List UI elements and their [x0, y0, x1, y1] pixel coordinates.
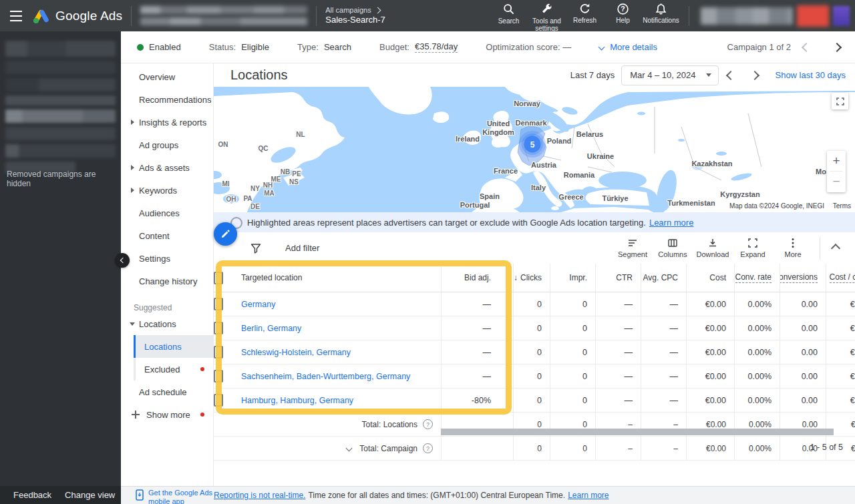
next-campaign-button[interactable] — [832, 42, 842, 51]
location-link[interactable]: Germany — [241, 300, 275, 309]
previous-date-range-button[interactable] — [726, 70, 735, 79]
campaign-list-panel: Removed campaigns are hidden — [0, 31, 121, 486]
targeting-map[interactable]: 5 Norway Denmark United Kingdom Ireland … — [214, 87, 855, 212]
horizontal-scrollbar[interactable] — [441, 429, 834, 435]
nav-item-ads-assets[interactable]: Ads & assets — [121, 156, 213, 179]
enabled-label[interactable]: Enabled — [149, 42, 181, 52]
blurred-campaign-row-selected[interactable] — [5, 109, 116, 123]
blurred-campaign-row[interactable] — [5, 95, 116, 105]
row-checkbox[interactable] — [214, 394, 223, 407]
collapse-panel-button[interactable] — [115, 253, 130, 268]
edit-locations-button[interactable] — [214, 222, 237, 246]
type-label: Type: — [297, 42, 319, 52]
next-date-range-button[interactable] — [750, 70, 759, 79]
nav-item-ad-groups[interactable]: Ad groups — [121, 134, 213, 156]
help-circle-icon[interactable] — [423, 419, 433, 429]
col-bid-adj[interactable]: Bid adj. — [464, 273, 491, 282]
location-link[interactable]: Sachsenheim, Baden-Wurttemberg, Germany — [241, 372, 410, 381]
date-mode-label[interactable]: Last 7 days — [570, 70, 615, 80]
menu-icon[interactable] — [10, 11, 22, 21]
account-name-blurred[interactable] — [140, 6, 307, 25]
search-button[interactable]: Search — [490, 3, 528, 25]
filter-icon[interactable] — [250, 243, 261, 254]
date-range-dropdown[interactable]: Mar 4 – 10, 2024 — [621, 65, 719, 85]
nav-item-overview[interactable]: Overview — [121, 65, 213, 88]
col-cost-per-conv[interactable]: Cost / conv. — [830, 272, 855, 283]
nav-item-settings[interactable]: Settings — [121, 247, 213, 270]
change-view-button[interactable]: Change view — [65, 490, 115, 500]
columns-button[interactable]: Columns — [653, 238, 693, 258]
notifications-label: Notifications — [643, 17, 679, 25]
nav-item-change-history[interactable]: Change history — [121, 270, 213, 292]
location-link[interactable]: Schleswig-Holstein, Germany — [241, 348, 351, 357]
help-circle-icon[interactable] — [423, 443, 433, 453]
page-title: Locations — [230, 67, 288, 83]
collapse-table-button[interactable] — [831, 243, 840, 252]
blurred-campaign-row[interactable] — [5, 61, 116, 74]
segment-button[interactable]: Segment — [613, 238, 653, 258]
download-button[interactable]: Download — [693, 238, 733, 258]
footer-learn-more-link[interactable]: Learn more — [568, 491, 609, 500]
nav-item-keywords[interactable]: Keywords — [121, 179, 213, 202]
show-last-30-days-link[interactable]: Show last 30 days — [775, 70, 846, 80]
nav-item-audiences[interactable]: Audiences — [121, 202, 213, 224]
mobile-app-promo[interactable]: Get the Google Ads mobile app — [121, 487, 214, 504]
blurred-campaign-row[interactable] — [5, 78, 116, 91]
row-checkbox[interactable] — [214, 322, 223, 334]
help-button[interactable]: ? Help — [604, 3, 642, 25]
fullscreen-button[interactable] — [832, 93, 848, 109]
more-details-button[interactable]: More details — [599, 42, 657, 52]
nav-item-recommendations[interactable]: Recommendations — [121, 88, 213, 111]
breadcrumb-parent[interactable]: All campaigns — [325, 6, 371, 15]
nav-item-ad-schedule[interactable]: Ad schedule — [121, 381, 213, 403]
row-checkbox[interactable] — [214, 298, 223, 310]
more-button[interactable]: More — [773, 238, 813, 258]
map-label-region: QC — [259, 145, 269, 152]
col-avg-cpc[interactable]: Avg. CPC — [643, 273, 678, 282]
learn-more-link[interactable]: Learn more — [649, 218, 693, 228]
row-checkbox[interactable] — [214, 370, 223, 383]
nav-subitem-locations[interactable]: Locations — [121, 335, 213, 358]
expand-button[interactable]: Expand — [733, 238, 773, 258]
col-impr[interactable]: Impr. — [569, 273, 587, 282]
location-cluster-marker[interactable]: 5 — [524, 136, 541, 153]
col-targeted-location[interactable]: Targeted location — [241, 273, 302, 282]
reporting-link[interactable]: Reporting is not real-time. — [214, 491, 305, 500]
blurred-campaign-row[interactable] — [5, 127, 116, 140]
zoom-in-button[interactable]: + — [827, 151, 846, 171]
add-filter-button[interactable]: Add filter — [285, 243, 319, 253]
notifications-button[interactable]: Notifications — [642, 3, 680, 25]
tools-settings-button[interactable]: Tools and settings — [528, 3, 566, 33]
previous-campaign-button[interactable] — [802, 42, 811, 51]
select-all-checkbox[interactable] — [214, 272, 223, 284]
blurred-campaign-row[interactable] — [5, 144, 116, 158]
map-label-country: France — [494, 167, 518, 175]
topbar-account-area — [701, 5, 850, 27]
budget-value[interactable]: €35.78/day — [415, 41, 458, 53]
location-link[interactable]: Hamburg, Hamburg, Germany — [241, 396, 353, 405]
col-conv-rate[interactable]: Conv. rate — [735, 272, 772, 283]
google-ads-logo[interactable]: Google Ads — [33, 8, 122, 24]
expand-total-icon[interactable] — [346, 445, 353, 452]
avatar[interactable] — [833, 6, 850, 26]
col-conversions[interactable]: Conversions — [780, 272, 818, 283]
col-cost[interactable]: Cost — [709, 273, 726, 282]
refresh-button[interactable]: Refresh — [566, 3, 604, 25]
col-clicks[interactable]: Clicks — [520, 273, 542, 282]
show-more-button[interactable]: Show more — [121, 403, 213, 426]
col-ctr[interactable]: CTR — [616, 273, 633, 282]
location-link[interactable]: Berlin, Germany — [241, 324, 301, 333]
nav-item-insights-reports[interactable]: Insights & reports — [121, 111, 213, 134]
zoom-out-button[interactable]: − — [827, 172, 846, 192]
nav-item-content[interactable]: Content — [121, 224, 213, 247]
nav-subitem-excluded[interactable]: Excluded — [121, 358, 213, 381]
nav-group-locations[interactable]: Locations — [121, 312, 213, 335]
feedback-button[interactable]: Feedback — [13, 490, 51, 500]
tools-label: Tools and settings — [528, 17, 566, 33]
row-checkbox[interactable] — [214, 346, 223, 358]
map-terms-link[interactable]: Terms — [833, 202, 851, 210]
blurred-campaign-row[interactable] — [5, 41, 116, 57]
chevron-right-icon — [374, 7, 381, 13]
map-label-country: Norway — [514, 99, 540, 107]
breadcrumb[interactable]: All campaigns Sales-Search-7 — [325, 6, 385, 26]
